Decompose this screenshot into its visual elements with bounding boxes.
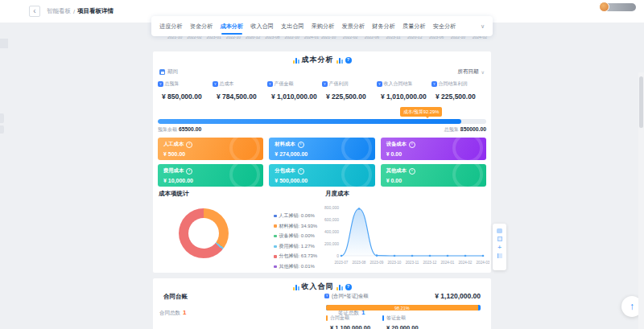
income-section-title: 收入合同	[302, 282, 334, 292]
drawer-handle	[0, 125, 4, 134]
legend-value: ¥ 1,100,000.00	[326, 324, 382, 329]
stat-value: ¥ 225,500.00	[431, 93, 486, 101]
pie-legend-item: 费用摊销: 1.27%	[274, 243, 317, 250]
scrollbar-thumb[interactable]	[639, 76, 643, 128]
help-icon[interactable]: ?	[345, 284, 352, 290]
back-button[interactable]: ‹	[29, 6, 40, 17]
breadcrumb: 智能看板 / 项目看板详情	[47, 7, 114, 15]
pie-panel-title: 成本项统计	[159, 190, 189, 198]
svg-text:2023-07: 2023-07	[335, 261, 349, 265]
detail-arrow-icon: ›	[186, 168, 192, 175]
bar-chart-icon	[293, 57, 299, 64]
legend-text: 设备摊销: 0.00%	[279, 232, 315, 240]
income-section-header: 收入合同 ?	[153, 282, 491, 292]
bar-chart-icon	[293, 284, 299, 290]
cost-card-label: 费用成本	[163, 167, 184, 175]
drawer-handle	[0, 113, 4, 123]
cost-section-header: 成本分析 ?	[153, 55, 491, 65]
arrow-up-icon: ↑	[630, 302, 634, 311]
detail-arrow-icon: ›	[409, 142, 415, 148]
background-remnant	[0, 39, 8, 48]
amount-label: (合同+签证)金额	[332, 293, 369, 300]
svg-text:2023-12: 2023-12	[423, 261, 437, 265]
tab-收入合同[interactable]: 收入合同	[250, 16, 274, 36]
legend-dot	[274, 245, 277, 249]
grid-icon[interactable]	[497, 236, 502, 241]
detail-arrow-icon: ›	[186, 142, 192, 148]
pie-legend-item: 材料摊销: 34.93%	[274, 223, 317, 230]
svg-text:2023-11: 2023-11	[406, 261, 419, 265]
svg-text:2023-08: 2023-08	[353, 261, 366, 265]
cost-card-分包成本[interactable]: 分包成本 › ¥ 500,000.00	[269, 164, 374, 187]
cost-card-其他成本[interactable]: 其他成本 › ¥ 0.00	[381, 164, 486, 187]
money-icon: ¥	[324, 294, 329, 298]
income-progress-bar: 98.21%	[326, 305, 481, 310]
plus-icon[interactable]: +	[497, 245, 502, 250]
cost-card-label: 材料成本	[275, 141, 295, 148]
cost-card-value: ¥ 274,000.00	[275, 151, 369, 157]
breadcrumb-root[interactable]: 智能看板	[47, 7, 71, 15]
svg-text:2024-03: 2024-03	[477, 261, 489, 265]
period-label: 期间	[167, 68, 178, 76]
flag-icon[interactable]	[497, 253, 502, 258]
income-percent-label: 98.21%	[394, 306, 410, 310]
stat-产值利润: ¥ 产值利润 ¥ 225,500.00	[322, 80, 377, 101]
pie-legend-item: 人工摊销: 0.06%	[274, 212, 317, 220]
tabs: 进度分析资金分析成本分析收入合同支出合同采购分析发票分析财务分析质量分析安全分析	[159, 16, 477, 36]
legend-dot	[274, 235, 277, 238]
stat-label: 总成本	[220, 80, 234, 88]
date-filter-dropdown[interactable]: 所有日期 ∨	[458, 68, 485, 76]
svg-text:400,000: 400,000	[324, 229, 339, 234]
chevron-down-icon[interactable]: ∨	[481, 23, 485, 30]
stat-value: ¥ 225,500.00	[322, 93, 377, 101]
legend-dot	[274, 215, 277, 218]
cost-card-人工成本[interactable]: 人工成本 › ¥ 500.00	[158, 138, 263, 160]
stat-value: ¥ 1,010,000.00	[377, 93, 431, 101]
tab-发票分析[interactable]: 发票分析	[342, 16, 365, 36]
scrollbar-track[interactable]	[638, 72, 644, 329]
stat-label: 总预算	[165, 80, 180, 88]
stat-label: 合同结算利润	[439, 80, 468, 88]
user-widget[interactable]	[599, 2, 638, 13]
cost-card-value: ¥ 500,000.00	[275, 178, 369, 183]
calendar-icon	[159, 69, 165, 75]
period-label-group: 期间	[159, 68, 178, 76]
budget-bar-labels: 预算余额65500.00 总预算850000.00	[158, 126, 486, 134]
stat-合同结算利润: ¥ 合同结算利润 ¥ 225,500.00	[431, 80, 486, 101]
tab-支出合同[interactable]: 支出合同	[281, 16, 304, 36]
detail-arrow-icon: ›	[298, 142, 304, 148]
date-filter-value: 所有日期	[458, 68, 479, 76]
tab-进度分析[interactable]: 进度分析	[159, 16, 183, 36]
legend-dot	[274, 255, 277, 258]
svg-text:2023-10: 2023-10	[388, 261, 402, 265]
tab-资金分析[interactable]: 资金分析	[190, 16, 213, 36]
help-icon[interactable]: ?	[345, 57, 352, 64]
tab-财务分析[interactable]: 财务分析	[372, 16, 395, 36]
cost-card-设备成本[interactable]: 设备成本 › ¥ 0.00	[381, 138, 486, 160]
tab-安全分析[interactable]: 安全分析	[433, 16, 456, 36]
legend-bar	[326, 315, 328, 321]
amount-label-group: ¥ (合同+签证)金额	[324, 293, 369, 300]
cost-card-费用成本[interactable]: 费用成本 › ¥ 10,000.00	[158, 164, 263, 187]
cost-stats-row: ¥ 总预算 ¥ 850,000.00 ¥ 总成本 ¥ 784,500.00 ¥ …	[158, 80, 486, 101]
stat-value: ¥ 850,000.00	[158, 93, 213, 101]
legend-text: 分包摊销: 63.73%	[279, 253, 318, 260]
cost-card-材料成本[interactable]: 材料成本 › ¥ 274,000.00	[269, 138, 374, 160]
line-panel-title: 月度成本	[325, 190, 349, 198]
stat-label: 产值金额	[275, 80, 294, 88]
coin-icon: ¥	[158, 81, 163, 87]
chat-icon[interactable]	[497, 228, 502, 233]
tab-采购分析[interactable]: 采购分析	[312, 16, 335, 36]
tab-质量分析[interactable]: 质量分析	[402, 16, 426, 36]
detail-arrow-icon: ›	[298, 168, 304, 175]
monthly-cost-area-chart: 0200,000400,000600,000800,0002023-072023…	[319, 203, 489, 267]
cost-budget-badge: 成本/预算92.29%	[400, 107, 442, 117]
avatar[interactable]	[599, 2, 609, 12]
legend-text: 其他摊销: 0.01%	[279, 263, 315, 270]
legend-text: 材料摊销: 34.93%	[279, 223, 318, 230]
stat-label: 产值利润	[329, 80, 349, 88]
page: 2021-102022-022023-012022-102020-122023-…	[0, 0, 644, 329]
tab-成本分析[interactable]: 成本分析	[221, 16, 244, 36]
floating-toolbar: +	[493, 224, 506, 270]
svg-text:200,000: 200,000	[324, 241, 339, 246]
